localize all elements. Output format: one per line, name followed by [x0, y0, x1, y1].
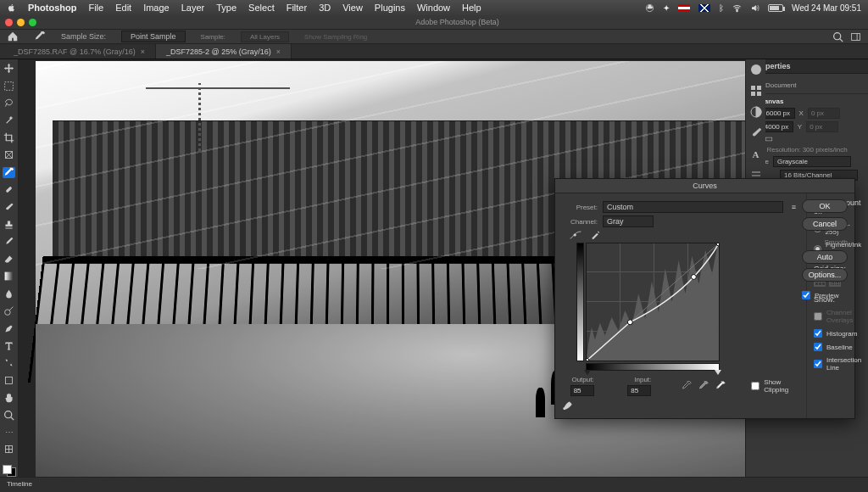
curve-line[interactable] [587, 243, 719, 361]
document-row[interactable]: Document [752, 81, 862, 90]
menu-edit[interactable]: Edit [115, 3, 131, 13]
clock[interactable]: Wed 24 Mar 09:51 [792, 3, 861, 13]
zoom-window-icon[interactable] [29, 19, 36, 26]
mode-select[interactable]: Grayscale [773, 156, 851, 167]
on-image-tool-icon[interactable] [562, 400, 576, 411]
shape-tool[interactable] [3, 375, 15, 386]
pen-tool[interactable] [3, 322, 15, 333]
crop-tool[interactable] [3, 132, 15, 143]
blur-tool[interactable] [3, 288, 15, 299]
adjust-panel-icon[interactable] [749, 105, 763, 119]
preset-menu-icon[interactable]: ≡ [788, 203, 799, 211]
minimize-window-icon[interactable] [17, 19, 25, 26]
hand-tool[interactable] [3, 392, 15, 403]
options-button[interactable]: Options... [802, 268, 848, 282]
tab-doc-2[interactable]: _DSF7285-2 @ 25% (Gray/16)× [156, 44, 292, 59]
volume-icon[interactable] [750, 3, 760, 13]
menubar-flag-icon[interactable] [678, 4, 690, 12]
curve-draw-tool-icon[interactable] [589, 230, 601, 240]
intersection-checkbox[interactable]: Intersection Line [814, 356, 861, 372]
bluetooth-icon[interactable]: ᛒ [719, 3, 724, 13]
menu-window[interactable]: Window [417, 3, 450, 13]
gradient-tool[interactable] [3, 271, 15, 282]
eraser-tool[interactable] [3, 254, 15, 265]
preview-checkbox[interactable]: Preview [802, 291, 848, 299]
color-swatches[interactable] [3, 465, 16, 477]
black-point-slider[interactable] [584, 370, 591, 375]
menu-type[interactable]: Type [216, 3, 236, 13]
cc-cloud-icon[interactable] [645, 3, 654, 13]
lasso-tool[interactable] [3, 98, 15, 109]
x-input[interactable] [808, 108, 840, 119]
menubar-util-icon[interactable]: ✦ [663, 3, 670, 13]
timeline-panel[interactable]: Timeline [0, 477, 868, 492]
cancel-button[interactable]: Cancel [802, 217, 848, 231]
gray-eyedropper-icon[interactable] [698, 381, 709, 391]
swatches-panel-icon[interactable] [749, 84, 763, 98]
show-sampling-ring-checkbox[interactable]: Show Sampling Ring [304, 33, 367, 41]
more-tools[interactable]: ⋯ [3, 427, 15, 438]
black-eyedropper-icon[interactable] [682, 381, 692, 391]
menu-view[interactable]: View [342, 3, 363, 13]
histogram-checkbox[interactable]: Histogram [814, 329, 861, 338]
glyph-panel-icon[interactable]: A [749, 148, 763, 161]
zoom-tool[interactable] [3, 409, 15, 420]
menu-3d[interactable]: 3D [319, 3, 331, 13]
wifi-icon[interactable] [732, 3, 742, 13]
baseline-checkbox[interactable]: Baseline [814, 343, 861, 351]
auto-button[interactable]: Auto [802, 250, 848, 264]
sample-size-select[interactable]: Point Sample [121, 31, 186, 42]
show-clipping-checkbox[interactable]: Show Clipping [751, 378, 799, 394]
y-input[interactable] [806, 121, 838, 132]
menu-plugins[interactable]: Plugins [375, 3, 405, 13]
width-input[interactable] [763, 108, 795, 119]
apple-icon[interactable] [7, 3, 16, 13]
close-window-icon[interactable] [5, 19, 13, 26]
history-brush-tool[interactable] [3, 236, 15, 247]
menu-image[interactable]: Image [143, 3, 170, 13]
menu-file[interactable]: File [88, 3, 103, 13]
curves-grid[interactable] [586, 243, 720, 361]
input-value[interactable]: 85 [627, 385, 651, 396]
frame-tool[interactable] [3, 149, 15, 160]
color-panel-icon[interactable] [749, 63, 763, 76]
type-tool[interactable] [3, 340, 15, 351]
smooth-button[interactable]: Smooth [802, 238, 848, 246]
battery-icon[interactable] [768, 4, 783, 12]
white-point-slider[interactable] [715, 370, 721, 375]
eyedropper-tool-icon[interactable] [34, 31, 46, 42]
menubar-lang-icon[interactable] [698, 4, 710, 12]
preset-select[interactable]: Custom [603, 201, 783, 213]
path-tool[interactable] [3, 357, 15, 368]
menu-filter[interactable]: Filter [287, 3, 307, 13]
workspace-icon[interactable] [850, 31, 861, 42]
channel-select[interactable]: Gray [603, 215, 654, 227]
curve-point-tool-icon[interactable] [569, 230, 582, 240]
marquee-tool[interactable] [3, 80, 15, 91]
input-gradient[interactable] [586, 363, 720, 371]
menu-select[interactable]: Select [248, 3, 275, 13]
dodge-tool[interactable] [3, 305, 15, 316]
close-icon[interactable]: × [141, 48, 145, 56]
menu-help[interactable]: Help [462, 3, 481, 13]
move-tool[interactable] [3, 63, 15, 74]
height-input[interactable] [761, 121, 793, 132]
brush-panel-icon[interactable] [749, 126, 763, 140]
app-name[interactable]: Photoshop [28, 3, 76, 13]
ok-button[interactable]: OK [802, 199, 848, 213]
menu-layer[interactable]: Layer [181, 3, 205, 13]
orientation-landscape-icon[interactable] [765, 135, 773, 143]
heal-tool[interactable] [3, 184, 15, 195]
search-icon[interactable] [832, 31, 843, 42]
wand-tool[interactable] [3, 115, 15, 126]
output-value[interactable]: 85 [570, 385, 594, 396]
home-icon[interactable] [7, 31, 19, 42]
eyedropper-tool[interactable] [3, 167, 15, 178]
channel-overlays-checkbox[interactable]: Channel Overlays [814, 309, 861, 324]
stamp-tool[interactable] [3, 219, 15, 230]
brush-tool[interactable] [3, 201, 15, 212]
white-eyedropper-icon[interactable] [715, 381, 726, 391]
tab-doc-1[interactable]: _DSF7285.RAF @ 16.7% (Gray/16)× [3, 44, 156, 59]
edit-toolbar[interactable] [3, 444, 15, 455]
sample-select[interactable]: All Layers [241, 31, 289, 42]
